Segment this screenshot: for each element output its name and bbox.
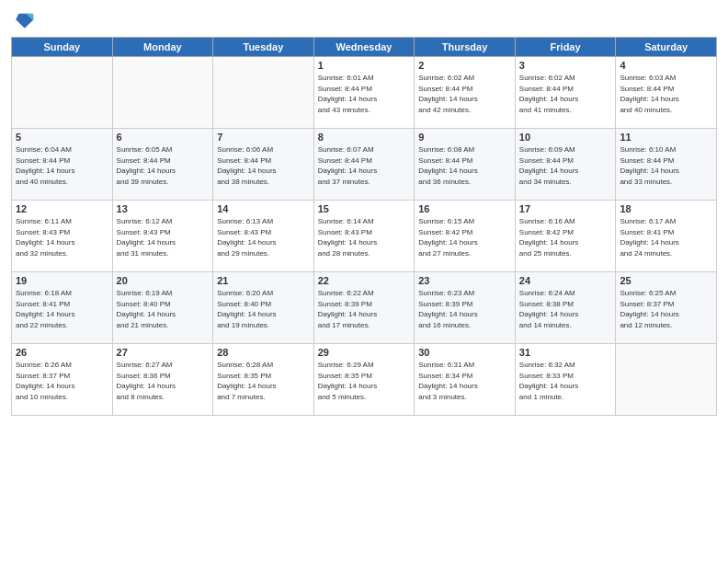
calendar-cell: 6Sunrise: 6:05 AMSunset: 8:44 PMDaylight… [112,129,213,201]
day-info: Sunrise: 6:27 AMSunset: 8:36 PMDaylight:… [117,360,210,402]
day-number: 15 [318,203,411,214]
calendar-cell: 12Sunrise: 6:11 AMSunset: 8:43 PMDayligh… [12,201,113,272]
calendar-cell: 18Sunrise: 6:17 AMSunset: 8:41 PMDayligh… [616,201,717,272]
day-number: 26 [16,347,108,358]
day-number: 6 [117,132,210,143]
calendar-cell: 2Sunrise: 6:02 AMSunset: 8:44 PMDaylight… [415,57,516,129]
day-info: Sunrise: 6:31 AMSunset: 8:34 PMDaylight:… [418,360,511,402]
weekday-header-row: SundayMondayTuesdayWednesdayThursdayFrid… [12,38,717,57]
day-info: Sunrise: 6:15 AMSunset: 8:42 PMDaylight:… [418,216,511,259]
calendar-week-row: 1Sunrise: 6:01 AMSunset: 8:44 PMDaylight… [12,57,717,129]
calendar-week-row: 5Sunrise: 6:04 AMSunset: 8:44 PMDaylight… [12,129,717,201]
day-number: 7 [217,132,310,143]
calendar-cell: 19Sunrise: 6:18 AMSunset: 8:41 PMDayligh… [12,272,113,344]
calendar-cell [616,344,717,416]
day-number: 20 [117,275,210,286]
day-info: Sunrise: 6:20 AMSunset: 8:40 PMDaylight:… [217,288,310,330]
calendar-week-row: 12Sunrise: 6:11 AMSunset: 8:43 PMDayligh… [12,201,717,272]
day-info: Sunrise: 6:02 AMSunset: 8:44 PMDaylight:… [418,73,511,115]
day-number: 22 [318,275,411,286]
day-number: 14 [217,203,310,214]
day-number: 21 [217,275,310,286]
day-info: Sunrise: 6:23 AMSunset: 8:39 PMDaylight:… [418,288,511,330]
day-info: Sunrise: 6:25 AMSunset: 8:37 PMDaylight:… [620,288,712,330]
calendar-cell: 3Sunrise: 6:02 AMSunset: 8:44 PMDaylight… [515,57,616,129]
day-info: Sunrise: 6:19 AMSunset: 8:40 PMDaylight:… [117,288,210,330]
calendar-cell: 30Sunrise: 6:31 AMSunset: 8:34 PMDayligh… [415,344,516,416]
weekday-header: Tuesday [213,38,314,57]
day-number: 10 [519,132,612,143]
day-info: Sunrise: 6:05 AMSunset: 8:44 PMDaylight:… [117,144,210,187]
day-info: Sunrise: 6:24 AMSunset: 8:38 PMDaylight:… [519,288,612,330]
day-number: 2 [418,60,511,71]
calendar-cell: 9Sunrise: 6:08 AMSunset: 8:44 PMDaylight… [415,129,516,201]
day-info: Sunrise: 6:08 AMSunset: 8:44 PMDaylight:… [418,144,511,187]
calendar-week-row: 26Sunrise: 6:26 AMSunset: 8:37 PMDayligh… [12,344,717,416]
weekday-header: Monday [112,38,213,57]
calendar-cell: 11Sunrise: 6:10 AMSunset: 8:44 PMDayligh… [616,129,717,201]
day-info: Sunrise: 6:13 AMSunset: 8:43 PMDaylight:… [217,216,310,259]
day-info: Sunrise: 6:10 AMSunset: 8:44 PMDaylight:… [620,144,712,187]
day-number: 5 [16,132,108,143]
day-number: 28 [217,347,310,358]
calendar-cell: 26Sunrise: 6:26 AMSunset: 8:37 PMDayligh… [12,344,113,416]
calendar-cell: 13Sunrise: 6:12 AMSunset: 8:43 PMDayligh… [112,201,213,272]
calendar-cell: 5Sunrise: 6:04 AMSunset: 8:44 PMDaylight… [12,129,113,201]
calendar-week-row: 19Sunrise: 6:18 AMSunset: 8:41 PMDayligh… [12,272,717,344]
calendar-cell: 21Sunrise: 6:20 AMSunset: 8:40 PMDayligh… [213,272,314,344]
calendar-cell [213,57,314,129]
calendar-cell: 25Sunrise: 6:25 AMSunset: 8:37 PMDayligh… [616,272,717,344]
day-info: Sunrise: 6:03 AMSunset: 8:44 PMDaylight:… [620,73,712,115]
weekday-header: Wednesday [313,38,415,57]
calendar-cell: 7Sunrise: 6:06 AMSunset: 8:44 PMDaylight… [213,129,314,201]
day-number: 8 [318,132,411,143]
day-info: Sunrise: 6:09 AMSunset: 8:44 PMDaylight:… [519,144,612,187]
day-number: 11 [620,132,712,143]
calendar-table: SundayMondayTuesdayWednesdayThursdayFrid… [11,37,717,416]
day-number: 30 [418,347,511,358]
day-number: 29 [318,347,411,358]
calendar-cell: 8Sunrise: 6:07 AMSunset: 8:44 PMDaylight… [313,129,415,201]
day-info: Sunrise: 6:12 AMSunset: 8:43 PMDaylight:… [117,216,210,259]
calendar-cell: 16Sunrise: 6:15 AMSunset: 8:42 PMDayligh… [415,201,516,272]
calendar-cell: 15Sunrise: 6:14 AMSunset: 8:43 PMDayligh… [313,201,415,272]
day-info: Sunrise: 6:32 AMSunset: 8:33 PMDaylight:… [519,360,612,402]
calendar-container: SundayMondayTuesdayWednesdayThursdayFrid… [0,0,728,563]
calendar-cell: 17Sunrise: 6:16 AMSunset: 8:42 PMDayligh… [515,201,616,272]
day-number: 3 [519,60,612,71]
calendar-cell: 22Sunrise: 6:22 AMSunset: 8:39 PMDayligh… [313,272,415,344]
day-number: 27 [117,347,210,358]
day-info: Sunrise: 6:16 AMSunset: 8:42 PMDaylight:… [519,216,612,259]
day-info: Sunrise: 6:07 AMSunset: 8:44 PMDaylight:… [318,144,411,187]
day-info: Sunrise: 6:11 AMSunset: 8:43 PMDaylight:… [16,216,108,259]
logo [11,9,35,31]
calendar-cell: 31Sunrise: 6:32 AMSunset: 8:33 PMDayligh… [515,344,616,416]
weekday-header: Thursday [415,38,516,57]
day-info: Sunrise: 6:02 AMSunset: 8:44 PMDaylight:… [519,73,612,115]
day-number: 18 [620,203,712,214]
calendar-cell: 14Sunrise: 6:13 AMSunset: 8:43 PMDayligh… [213,201,314,272]
day-info: Sunrise: 6:29 AMSunset: 8:35 PMDaylight:… [318,360,411,402]
day-number: 31 [519,347,612,358]
day-info: Sunrise: 6:14 AMSunset: 8:43 PMDaylight:… [318,216,411,259]
day-info: Sunrise: 6:18 AMSunset: 8:41 PMDaylight:… [16,288,108,330]
calendar-cell: 28Sunrise: 6:28 AMSunset: 8:35 PMDayligh… [213,344,314,416]
day-number: 23 [418,275,511,286]
day-info: Sunrise: 6:28 AMSunset: 8:35 PMDaylight:… [217,360,310,402]
weekday-header: Saturday [616,38,717,57]
day-number: 25 [620,275,712,286]
calendar-cell: 4Sunrise: 6:03 AMSunset: 8:44 PMDaylight… [616,57,717,129]
calendar-cell: 27Sunrise: 6:27 AMSunset: 8:36 PMDayligh… [112,344,213,416]
calendar-cell: 29Sunrise: 6:29 AMSunset: 8:35 PMDayligh… [313,344,415,416]
day-info: Sunrise: 6:22 AMSunset: 8:39 PMDaylight:… [318,288,411,330]
weekday-header: Friday [515,38,616,57]
day-number: 24 [519,275,612,286]
day-number: 4 [620,60,712,71]
day-number: 12 [16,203,108,214]
day-number: 17 [519,203,612,214]
day-number: 19 [16,275,108,286]
day-info: Sunrise: 6:04 AMSunset: 8:44 PMDaylight:… [16,144,108,187]
calendar-cell: 10Sunrise: 6:09 AMSunset: 8:44 PMDayligh… [515,129,616,201]
day-number: 9 [418,132,511,143]
logo-icon [13,9,35,31]
